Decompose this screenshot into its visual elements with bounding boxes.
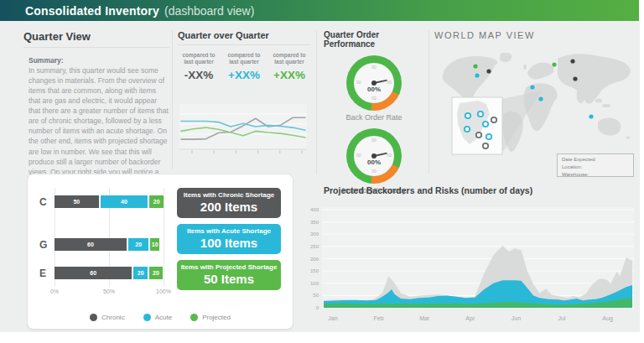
bar-segment-chronic: 50 (55, 195, 99, 208)
info-card-title: Items with Chronic Shortage (179, 191, 279, 199)
gauge-tick-label: 00 (356, 80, 361, 85)
x-axis-tick: 0% (50, 288, 59, 294)
divider (178, 44, 310, 45)
bar-category-label: C (39, 196, 51, 208)
bar-row: E602020 (39, 267, 169, 279)
bar-track: 602020 (55, 267, 164, 279)
chart-legend: ChronicAcuteProjected (28, 314, 293, 321)
map-ring-marker (465, 127, 470, 132)
bar-row: G602010 (39, 238, 169, 251)
map-dot (573, 76, 577, 81)
bar-segment-acute: 20 (128, 238, 149, 251)
svg-text:Aug: Aug (602, 315, 613, 322)
qoq-stat: compared to last quarter+XX% (268, 52, 310, 91)
map-info-box: Date Expected: Location: Warehouse: (557, 153, 634, 177)
map-info-line: Location: (562, 164, 629, 171)
qoq-stat: compared to last quarter+XX% (223, 52, 265, 91)
map-title: WORLD MAP VIEW (434, 30, 640, 40)
shortage-bar-chart: C504020G602010E602020 0% 50% 100% (39, 184, 169, 299)
x-axis-tick: 50% (103, 288, 115, 294)
qoq-stats: compared to last quarter-XX%compared to … (178, 52, 310, 91)
qoq-stat-caption: compared to last quarter (178, 52, 220, 66)
quarter-over-quarter-panel: Quarter over Quarter compared to last qu… (178, 30, 310, 164)
gauge-tick-label: 00 (371, 65, 377, 70)
bar-segment-projected: 10 (150, 238, 158, 251)
gauge-tick-label: 00 (356, 153, 361, 158)
info-card-projected: Items with Projected Shortage50 Items (177, 260, 281, 290)
shortage-summary-card: C504020G602010E602020 0% 50% 100% Items … (27, 174, 293, 330)
qoq-stat: compared to last quarter-XX% (178, 52, 220, 91)
map-dot (486, 69, 491, 73)
gauge-tick-label: 00 (371, 138, 377, 143)
bar-segment-chronic: 60 (55, 238, 127, 251)
bar-track: 504020 (55, 195, 164, 208)
svg-text:Mar: Mar (419, 315, 430, 321)
backorders-title: Projected Backorders and Risks (number o… (324, 185, 532, 195)
map-info-line: Date Expected: (562, 156, 629, 164)
backorders-panel: Projected Backorders and Risks (number o… (299, 180, 637, 327)
legend-label: Acute (155, 314, 172, 321)
info-card-value: 50 Items (179, 272, 279, 286)
divider (428, 30, 429, 174)
divider (172, 30, 173, 169)
qoq-line-chart (178, 97, 309, 164)
svg-text:Feb: Feb (374, 315, 384, 321)
x-axis-tick: 100% (156, 288, 171, 294)
legend-label: Projected (202, 314, 231, 321)
divider (316, 30, 317, 174)
svg-text:350: 350 (310, 220, 319, 225)
legend-dot-chronic (90, 314, 97, 321)
svg-text:0: 0 (316, 305, 319, 310)
map-ring-marker (476, 133, 481, 138)
world-map-panel: WORLD MAP VIEW (434, 30, 640, 163)
map-ring-marker (486, 134, 491, 139)
legend-item: Chronic (90, 314, 125, 321)
legend-dot-acute (143, 314, 151, 321)
bar-segment-acute: 20 (133, 267, 148, 279)
content-area: Quarter View Summary: In summary, this q… (0, 21, 640, 332)
bar-row: C504020 (39, 195, 169, 208)
map-ring-marker (483, 122, 488, 127)
gauge-block: 0000000000%Back Order Rate (324, 55, 424, 122)
gauge-label: Back Order Rate (324, 113, 424, 122)
info-card-chronic: Items with Chronic Shortage200 Items (177, 188, 281, 218)
qoq-title: Quarter over Quarter (178, 30, 310, 40)
gauge-dial: 0000000000% (346, 55, 402, 111)
qoq-stat-value: +XX% (223, 69, 265, 81)
map-info-line: Warehouse: (562, 171, 629, 179)
svg-text:400: 400 (310, 207, 319, 212)
world-map (434, 50, 640, 163)
map-dot (530, 85, 534, 89)
map-dot (473, 64, 477, 68)
svg-text:100: 100 (310, 281, 319, 286)
map-ring-marker (465, 113, 470, 118)
map-dot (475, 73, 479, 77)
gauge-tick-label: 00 (387, 80, 392, 85)
quarter-view-title: Quarter View (23, 30, 169, 43)
summary-label: Summary: (29, 56, 169, 65)
quarter-view-panel: Quarter View Summary: In summary, this q… (23, 30, 169, 197)
map-dot (538, 96, 543, 101)
legend-label: Chronic (101, 314, 125, 321)
map-dot (552, 62, 556, 66)
bar-segment-acute: 40 (101, 195, 148, 208)
legend-dot-projected (190, 314, 198, 321)
info-card-title: Items with Projected Shortage (179, 263, 279, 271)
shortage-info-cards: Items with Chronic Shortage200 ItemsItem… (177, 188, 281, 296)
info-card-acute: Items with Acute Shortage100 Items (177, 224, 281, 254)
bar-category-label: E (39, 268, 51, 279)
gauge-tick-label: 00 (371, 96, 377, 101)
svg-text:Jul: Jul (558, 315, 566, 321)
qoq-stat-value: -XX% (178, 69, 220, 81)
qoq-stat-value: +XX% (268, 69, 310, 81)
header-bar: Consolidated Inventory (dashboard view) (0, 0, 639, 21)
gauge-tick-label: 00 (371, 169, 377, 174)
map-dot (589, 114, 593, 118)
gauge-tick-label: 00 (387, 153, 392, 158)
legend-item: Acute (143, 314, 172, 321)
gauge-dial: 0000000000% (346, 128, 402, 184)
dashboard: Consolidated Inventory (dashboard view) … (0, 0, 644, 343)
svg-text:250: 250 (310, 244, 319, 249)
bar-segment-chronic: 60 (55, 267, 132, 279)
gauge-value: 00% (346, 159, 402, 166)
